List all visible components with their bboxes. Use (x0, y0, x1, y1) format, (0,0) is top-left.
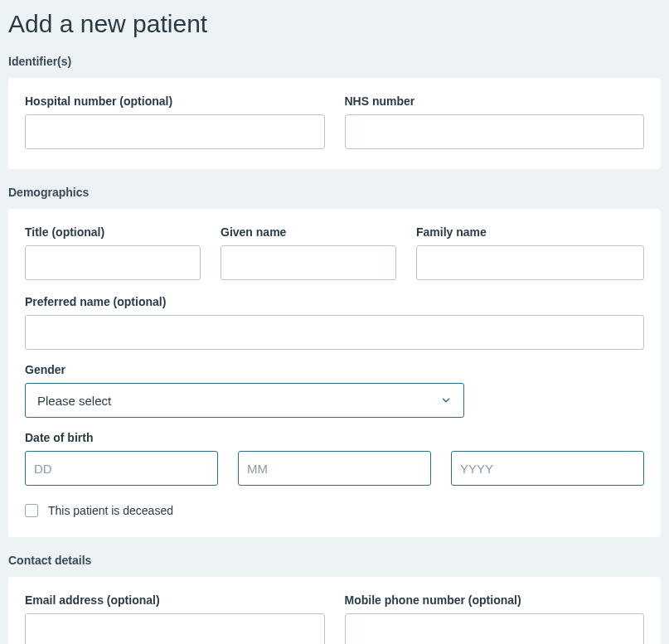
title-label: Title (optional) (25, 225, 201, 239)
mobile-label: Mobile phone number (optional) (345, 593, 645, 607)
contact-card: Email address (optional) Mobile phone nu… (8, 577, 661, 644)
gender-label: Gender (25, 363, 644, 376)
given-name-label: Given name (221, 225, 396, 239)
nhs-number-input[interactable] (345, 114, 645, 149)
chevron-down-icon (440, 395, 452, 406)
family-name-label: Family name (416, 225, 644, 239)
email-label: Email address (optional) (25, 593, 325, 607)
identifiers-heading: Identifier(s) (8, 55, 661, 68)
preferred-name-label: Preferred name (optional) (25, 295, 644, 308)
page-title: Add a new patient (8, 10, 661, 38)
demographics-heading: Demographics (8, 186, 661, 199)
demographics-card: Title (optional) Given name Family name … (8, 209, 661, 537)
nhs-number-label: NHS number (345, 94, 645, 108)
title-input[interactable] (25, 245, 201, 280)
dob-year-input[interactable] (451, 451, 644, 486)
gender-select[interactable]: Please select (25, 383, 464, 418)
dob-label: Date of birth (25, 431, 644, 444)
hospital-number-input[interactable] (25, 114, 325, 149)
deceased-label: This patient is deceased (48, 504, 173, 517)
dob-month-input[interactable] (238, 451, 431, 486)
dob-day-input[interactable] (25, 451, 218, 486)
email-input[interactable] (25, 613, 325, 644)
gender-select-value: Please select (37, 394, 111, 408)
deceased-checkbox[interactable] (25, 504, 38, 517)
hospital-number-label: Hospital number (optional) (25, 94, 325, 108)
preferred-name-input[interactable] (25, 315, 644, 350)
identifiers-card: Hospital number (optional) NHS number (8, 78, 661, 169)
given-name-input[interactable] (221, 245, 396, 280)
family-name-input[interactable] (416, 245, 644, 280)
mobile-input[interactable] (345, 613, 645, 644)
contact-heading: Contact details (8, 554, 661, 567)
